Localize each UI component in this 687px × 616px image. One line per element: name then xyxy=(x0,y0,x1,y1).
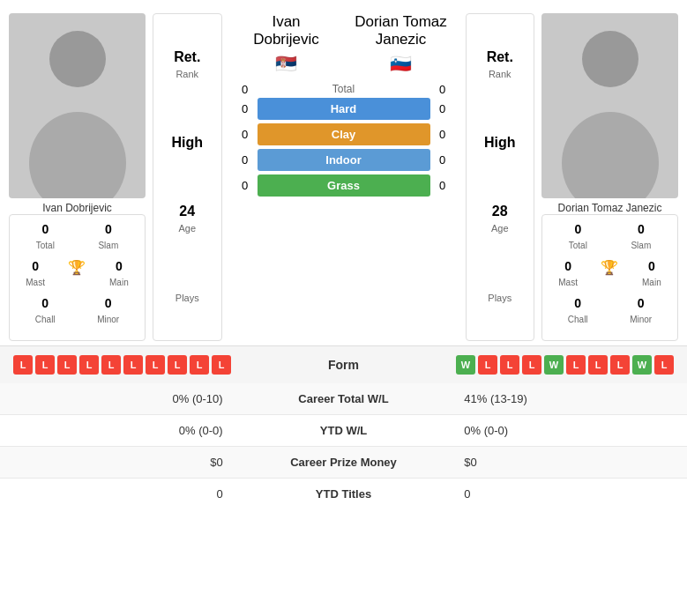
svg-point-0 xyxy=(49,31,106,87)
svg-point-3 xyxy=(562,112,659,198)
left-rank: Ret. Rank xyxy=(158,49,217,81)
right-stat-slam: 0 Slam xyxy=(631,222,651,252)
form-badge: L xyxy=(79,355,99,375)
right-photo-box xyxy=(541,13,678,198)
form-badge: W xyxy=(632,355,652,375)
left-flag: 🇷🇸 xyxy=(275,53,297,74)
left-stat-total: 0 Total xyxy=(36,222,55,252)
left-stat-slam: 0 Slam xyxy=(98,222,118,252)
center-col: Ivan Dobrijevic 🇷🇸 Dorian Tomaz Janezic … xyxy=(229,13,459,341)
form-badge: W xyxy=(544,355,564,375)
right-rank: Ret. Rank xyxy=(471,49,530,81)
left-plays: Plays xyxy=(158,289,217,305)
surface-lines: 0 Hard 0 0 Clay 0 0 Indoor 0 0 Grass xyxy=(229,98,459,197)
svg-point-2 xyxy=(582,31,638,87)
form-badge: L xyxy=(168,355,187,375)
player-header: Ivan Dobrijevic 🇷🇸 Dorian Tomaz Janezic … xyxy=(229,13,459,74)
right-stats-row2: 0 Mast 🏆 0 Main xyxy=(547,259,673,289)
hard-pill: Hard xyxy=(258,98,430,120)
right-stat-main: 0 Main xyxy=(642,259,661,289)
comparison-left-val: 0% (0-0) xyxy=(0,415,241,447)
right-stat-mast: 0 Mast xyxy=(558,259,578,289)
left-high: High xyxy=(158,135,217,151)
left-stat-chall: 0 Chall xyxy=(35,296,56,326)
grass-line: 0 Grass 0 xyxy=(236,174,452,197)
right-player-header: Dorian Tomaz Janezic 🇸🇮 xyxy=(344,13,459,74)
top-area: Ivan Dobrijevic 0 Total 0 Slam 0 xyxy=(0,0,687,345)
form-badge: L xyxy=(212,355,231,375)
right-info-panel: Ret. Rank High 28 Age Plays xyxy=(466,13,535,341)
form-badge: L xyxy=(500,355,519,375)
form-badge: L xyxy=(123,355,143,375)
form-badge: L xyxy=(654,355,674,375)
comparison-left-val: 0% (0-10) xyxy=(0,383,241,415)
left-player-photo: Ivan Dobrijevic 0 Total 0 Slam 0 xyxy=(9,13,146,341)
form-badge: L xyxy=(101,355,121,375)
left-mini-stats: 0 Total 0 Slam 0 Mast 🏆 xyxy=(9,214,146,341)
form-badge: L xyxy=(190,355,209,375)
total-line: 0 Total 0 xyxy=(229,81,459,98)
grass-pill: Grass xyxy=(258,174,430,197)
comparison-row: 0% (0-0) YTD W/L 0% (0-0) xyxy=(0,415,687,447)
left-stat-mast: 0 Mast xyxy=(26,259,45,289)
form-badge: L xyxy=(522,355,541,375)
right-stat-total: 0 Total xyxy=(569,222,587,252)
left-stat-minor: 0 Minor xyxy=(97,296,119,326)
comparison-right-val: 0% (0-0) xyxy=(446,415,687,447)
form-badge: L xyxy=(610,355,630,375)
right-form-badges: WLLLWLLLWL xyxy=(456,355,674,375)
right-player-name-header: Dorian Tomaz Janezic xyxy=(355,13,447,49)
left-player-header: Ivan Dobrijevic 🇷🇸 xyxy=(229,13,344,74)
comparison-label: YTD W/L xyxy=(241,415,447,447)
form-badge: L xyxy=(478,355,497,375)
left-photo-box xyxy=(9,13,146,198)
left-trophy-icon: 🏆 xyxy=(68,259,86,289)
left-form-badges: LLLLLLLLLL xyxy=(13,355,231,375)
right-high: High xyxy=(471,135,530,151)
clay-pill: Clay xyxy=(258,123,430,145)
left-player-name-under: Ivan Dobrijevic xyxy=(9,202,146,214)
main-container: Ivan Dobrijevic 0 Total 0 Slam 0 xyxy=(0,0,687,509)
form-badge: L xyxy=(13,355,33,375)
left-stats-row2: 0 Mast 🏆 0 Main xyxy=(14,259,140,289)
form-badge: L xyxy=(35,355,55,375)
indoor-pill: Indoor xyxy=(258,149,430,171)
right-stat-chall: 0 Chall xyxy=(568,296,588,326)
right-player-name-under: Dorian Tomaz Janezic xyxy=(541,202,678,214)
comparison-right-val: 41% (13-19) xyxy=(446,383,687,415)
right-stats-row1: 0 Total 0 Slam xyxy=(547,222,673,252)
form-badge: L xyxy=(57,355,77,375)
indoor-line: 0 Indoor 0 xyxy=(236,149,452,171)
comparison-label: Career Prize Money xyxy=(241,447,447,479)
comparison-row: 0 YTD Titles 0 xyxy=(0,479,687,510)
left-stats-row3: 0 Chall 0 Minor xyxy=(14,296,140,326)
comparison-right-val: $0 xyxy=(446,447,687,479)
form-badge: W xyxy=(456,355,475,375)
comparison-row: $0 Career Prize Money $0 xyxy=(0,447,687,479)
left-stat-main: 0 Main xyxy=(109,259,129,289)
form-label: Form xyxy=(328,358,359,372)
left-player-name-header: Ivan Dobrijevic xyxy=(253,13,319,49)
right-mini-stats: 0 Total 0 Slam 0 Mast 🏆 xyxy=(541,214,678,341)
comparison-label: YTD Titles xyxy=(241,479,447,510)
svg-point-1 xyxy=(29,112,126,198)
left-age: 24 Age xyxy=(158,204,217,235)
comparison-right-val: 0 xyxy=(446,479,687,510)
form-badge: L xyxy=(146,355,165,375)
left-info-panel: Ret. Rank High 24 Age Plays xyxy=(153,13,222,341)
stats-table: 0% (0-10) Career Total W/L 41% (13-19) 0… xyxy=(0,383,687,509)
left-stats-row1: 0 Total 0 Slam xyxy=(14,222,140,252)
hard-line: 0 Hard 0 xyxy=(236,98,452,120)
right-stat-minor: 0 Minor xyxy=(630,296,652,326)
form-badge: L xyxy=(588,355,608,375)
right-player-photo: Dorian Tomaz Janezic 0 Total 0 Slam 0 xyxy=(541,13,678,341)
right-stats-row3: 0 Chall 0 Minor xyxy=(547,296,673,326)
comparison-left-val: 0 xyxy=(0,479,241,510)
form-badge: L xyxy=(566,355,586,375)
form-row: LLLLLLLLLL Form WLLLWLLLWL xyxy=(13,355,674,375)
right-flag: 🇸🇮 xyxy=(390,53,412,74)
comparison-label: Career Total W/L xyxy=(241,383,447,415)
comparison-row: 0% (0-10) Career Total W/L 41% (13-19) xyxy=(0,383,687,415)
right-age: 28 Age xyxy=(471,204,530,235)
form-section: LLLLLLLLLL Form WLLLWLLLWL xyxy=(0,345,687,383)
